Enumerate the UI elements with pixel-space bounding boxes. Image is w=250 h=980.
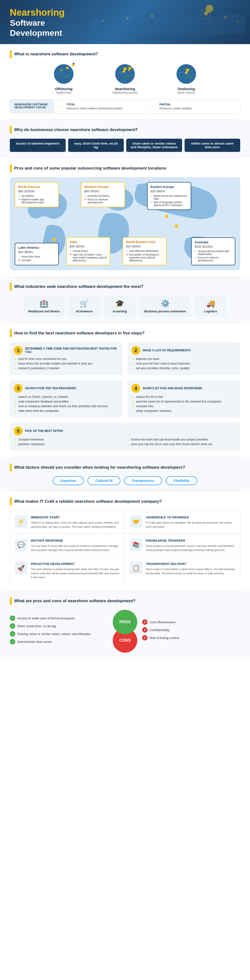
industries-section: What industries seek nearshore software … [0,277,250,323]
ee-item1: ✓ great money-for-experience ratio [150,194,188,200]
cons-item-2: ✗ Risk of losing control [142,635,240,640]
ncb-arrow2: → [147,103,155,110]
step-5-header: 5 PICK UP THE BEST OFFER [14,426,236,435]
svg-point-10 [73,63,74,64]
itcraft-icon-4: 🚀 [15,562,27,574]
ncb-main: NEARSHORE SOFTWARE DEVELOPMENT CAN BE [10,99,54,113]
step-3-item-3: write down best ten companies [15,409,119,412]
industry-2: 🎓 eLearning [104,296,136,317]
svg-point-4 [224,16,227,18]
step-3-header: 3 SEARCH FOR TOP TEN PROVIDERS [14,384,119,393]
au-item2: ✓ focus on onshore development [194,256,232,262]
svg-point-20 [52,238,56,241]
step-2-items: features you want rank your list from mo… [131,357,236,370]
itcraft-content-2: INSTANT RESPONSE You can keep in touch w… [31,539,120,552]
step-5-item-right-1: save your top-five list in case your fir… [127,442,236,446]
why-card-2: share same or similar values and lifesty… [126,139,182,152]
step-2: 2 MAKE A LIST OF REQUIREMENTS features y… [127,342,240,375]
step-4-item-2: compare lists [132,404,236,408]
industry-icon-2: 🎓 [115,299,124,308]
itcraft-content-3: KNOWLEDGE TRANSFER Every project is well… [146,539,235,552]
five-steps-title: How to find the best nearshore software … [10,329,240,337]
cons-item-1: ✗ Confidentiality [142,627,240,633]
ncb-partial: PARTIAL Outsource certain activities [155,99,240,113]
itcraft-icon-5: 📋 [130,562,142,574]
step-4: 4 SHORTLIST FIVE AND MAKE INTERVIEWS red… [127,380,240,418]
step-5: 5 PICK UP THE BEST OFFER compare intervi… [10,423,240,451]
itcraft-content-4: PROACTIVE DEVELOPMENT The team delivers … [31,562,120,579]
step-1-item-0: look for time zone convenient for you [15,357,119,361]
factors-row: Expertise Cultural fit Transparency Flex… [10,476,240,485]
step-2-header: 2 MAKE A LIST OF REQUIREMENTS [131,346,236,355]
step-5-title: PICK UP THE BEST OFFER [25,429,63,433]
svg-point-15 [129,66,131,67]
svg-point-5 [102,20,104,22]
svg-point-23 [165,215,169,218]
header: Nearshoring Software Development [0,0,250,44]
step-1: 1 DETERMINE A TIME ZONE AND DESTINATION … [10,342,123,375]
sea-item2: ✗ low quality of developers' expertise a… [126,253,163,262]
step-3-number: 3 [14,384,22,393]
step-3-item-1: read companies' feedback and profiles [15,400,119,403]
step-2-item-0: features you want [132,357,236,361]
title-bar2 [10,126,12,134]
location-eastern-europe: Eastern Europe $35–$40/hr. ✓ great money… [147,182,191,210]
header-nearshoring: Nearshoring [10,7,65,18]
itcraft-item-4: 🚀 PROACTIVE DEVELOPMENT The team deliver… [10,557,125,584]
we-item1: ✓ powerful economy [84,194,121,197]
why-card-3: within same or almost same time zone [185,139,240,152]
svg-point-6 [237,21,239,23]
svg-point-24 [175,224,178,228]
pros-cons-section: What are pros and cons of nearshore soft… [0,591,250,659]
pros-cons-circles: PROS CONS [113,610,137,653]
au-item1: ✓ strong internal market with skilled la… [194,250,232,256]
title-bar3 [10,164,12,172]
industry-3: ⚙️ Business process automation [140,296,191,317]
nearshore-types-container: Offshoring distant land [10,63,240,94]
step-3-items: search on Clutch, Upwork, or LinkedIn re… [14,395,119,412]
sea-item1: ✓ cost-effective destination [126,250,163,253]
industry-4: 🚚 Logistics [194,296,226,317]
why-businesses-section: Why do businesses choose nearshore softw… [0,120,250,158]
step-2-item-1: rank your list from most to least import… [132,362,236,365]
why-businesses-title: Why do businesses choose nearshore softw… [10,126,240,134]
itcraft-title: What makes IT Craft a reliable nearshore… [10,498,240,506]
itcraft-item-5: 📋 TRANSPARENT DELIVERY Every project is … [125,557,240,584]
itcraft-item-1: 🤝 ADHERENCE TO PROMISES IT Craft cares a… [125,511,240,534]
itcraft-content-0: IMMEDIATE START There is no waiting time… [31,515,120,529]
factors-title: What factors should you consider when lo… [10,463,240,471]
location-australia: Australia $100–$110/hr. ✓ strong interna… [191,237,235,265]
step-5-item-left-1: prioritize companies [15,442,124,446]
factor-0: Expertise [53,476,84,485]
why-card-1: easy, short travel time, no jet lag [68,139,124,152]
cons-cross-0: ✗ [142,619,148,625]
title-bar8 [10,597,12,605]
pros-item-2: ✓ Sharing same or similar views, values,… [10,631,108,636]
industry-icon-1: 🛒 [80,299,89,308]
step-5-item-left-0: compare interviews [15,438,124,441]
type-nearshoring: Nearshoring neighboring country [100,63,150,94]
pros-item-3: ✓ Same/similar time zones [10,639,108,644]
what-is-section: What is nearshore software development? … [0,44,250,119]
title-bar6 [10,463,12,471]
pros-item-1: ✓ Short, travel time, no jet lag [10,623,108,629]
itcraft-item-3: 📚 KNOWLEDGE TRANSFER Every project is we… [125,534,240,557]
pros-cons-container: ✓ Access to wider pool of technical expe… [10,610,240,653]
step-3-title: SEARCH FOR TOP TEN PROVIDERS [25,387,76,390]
location-north-america: North America $90–$100/hr. ✓ top talents… [15,182,59,207]
factor-2: Transparency [124,476,162,485]
title-bar [10,50,12,58]
industries-container: 🏥 Healthcare and fitness 🛒 eCommerce 🎓 e… [10,296,240,317]
itcraft-content-1: ADHERENCE TO PROMISES IT Craft cares abo… [146,515,235,529]
factor-1: Cultural fit [88,476,120,485]
step-3-item-2: look at company websites and check out t… [15,404,119,408]
step-1-title: DETERMINE A TIME ZONE AND DESTINATION BE… [25,347,119,354]
ee-item2: ✓ fear of language barrier: disproved fo… [150,200,188,207]
in-item2: ✗ high risk of hidden costs and project-… [70,253,107,262]
ncb-total: TOTAL Outsource entire software developm… [62,99,147,113]
ncb-arrow1: → [54,103,62,110]
step-4-header: 4 SHORTLIST FIVE AND MAKE INTERVIEWS [131,384,236,393]
locations-map: North America $90–$100/hr. ✓ top talents… [10,177,240,270]
cons-list: ✗ Cost effectiveness ✗ Confidentiality ✗… [142,619,240,643]
itcraft-grid: ⚡ IMMEDIATE START There is no waiting ti… [10,510,240,585]
